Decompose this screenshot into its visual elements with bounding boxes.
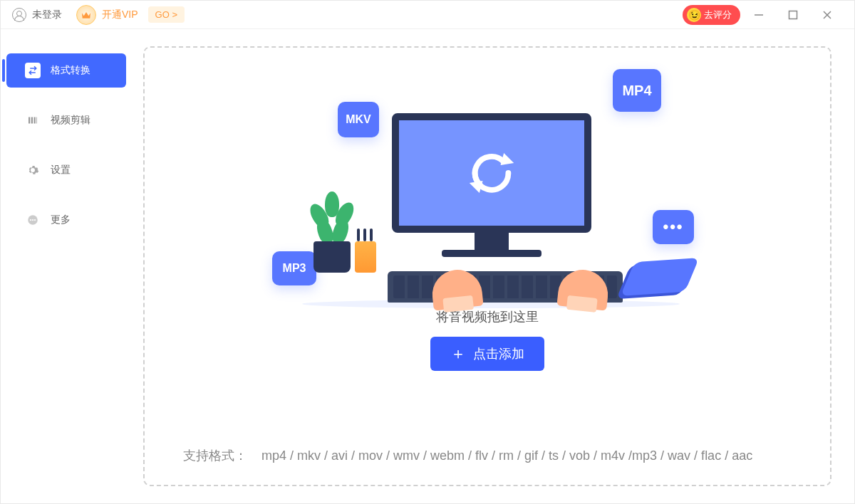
add-file-button[interactable]: ＋ 点击添加	[430, 337, 544, 371]
illustration: MKV MP4 MP3 •••	[266, 61, 708, 303]
go-chip[interactable]: GO >	[148, 6, 185, 23]
convert-icon	[25, 63, 41, 78]
sidebar: 格式转换 视频剪辑 设置 更多	[1, 29, 129, 503]
crown-icon	[76, 5, 96, 25]
supported-label: 支持格式：	[183, 448, 247, 463]
svg-point-6	[32, 219, 33, 221]
sidebar-item-settings[interactable]: 设置	[1, 150, 129, 190]
user-icon	[12, 8, 26, 22]
supported-formats: 支持格式：mp4 / mkv / avi / mov / wmv / webm …	[183, 446, 792, 466]
monitor-decoration	[392, 113, 591, 248]
gear-icon	[25, 162, 41, 178]
rate-label: 去评分	[704, 9, 732, 21]
sidebar-item-label: 设置	[51, 164, 71, 177]
sidebar-item-label: 格式转换	[51, 64, 90, 77]
vip-label: 开通VIP	[102, 9, 138, 21]
plant-decoration	[309, 194, 355, 273]
svg-point-7	[34, 219, 36, 221]
phone-decoration	[621, 258, 700, 296]
vip-badge[interactable]: 开通VIP GO >	[76, 5, 185, 25]
cup-decoration	[355, 241, 376, 273]
maximize-button[interactable]	[777, 1, 809, 29]
login-status[interactable]: 未登录	[12, 8, 62, 22]
login-status-text: 未登录	[32, 9, 62, 21]
format-tag-more: •••	[653, 210, 694, 244]
sidebar-item-label: 视频剪辑	[51, 114, 90, 127]
format-tag-mp4: MP4	[613, 69, 661, 112]
sidebar-item-format-convert[interactable]: 格式转换	[1, 51, 129, 90]
add-button-label: 点击添加	[473, 345, 524, 362]
rate-button[interactable]: 😉 去评分	[683, 5, 740, 25]
supported-list: mp4 / mkv / avi / mov / wmv / webm / flv…	[261, 448, 752, 463]
close-button[interactable]	[812, 1, 843, 29]
minimize-button[interactable]	[743, 1, 774, 29]
wink-emoji-icon: 😉	[687, 8, 701, 22]
sidebar-item-more[interactable]: 更多	[1, 200, 129, 240]
svg-rect-1	[789, 11, 797, 19]
refresh-icon	[464, 145, 519, 201]
sidebar-item-label: 更多	[51, 214, 71, 226]
dropzone[interactable]: MKV MP4 MP3 •••	[143, 46, 831, 486]
svg-point-5	[30, 219, 31, 221]
clip-icon	[25, 112, 41, 128]
more-icon	[25, 212, 41, 228]
format-tag-mkv: MKV	[338, 102, 379, 137]
sidebar-item-video-clip[interactable]: 视频剪辑	[1, 100, 129, 140]
plus-icon: ＋	[450, 346, 466, 362]
